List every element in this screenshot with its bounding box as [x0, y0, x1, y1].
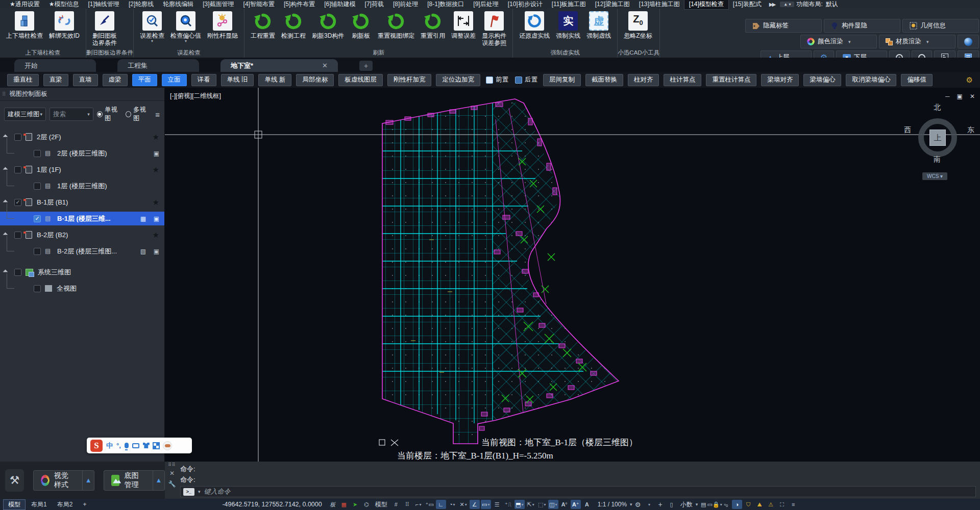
- minimize-icon[interactable]: ─: [945, 93, 950, 100]
- star-icon[interactable]: ★: [153, 165, 159, 174]
- units-ruler-icon[interactable]: ▯: [667, 500, 677, 509]
- emoji-icon[interactable]: [163, 441, 172, 450]
- btn-error-check[interactable]: 误差检查 ▾: [138, 11, 166, 44]
- menu-outline[interactable]: [2]轮廓线: [124, 0, 158, 9]
- dropdown-caret-icon[interactable]: ▾: [848, 39, 851, 44]
- btn-beamwall-eccentric[interactable]: 梁墙偏心: [803, 74, 841, 86]
- btn-copy-between-floors[interactable]: 层间复制: [543, 74, 581, 86]
- prompt-icon[interactable]: >_: [183, 488, 194, 496]
- chevron-down-icon[interactable]: ▾: [198, 489, 201, 494]
- object-snap-icon[interactable]: ✕▾: [458, 500, 469, 509]
- dropdown-caret-icon[interactable]: ▾: [151, 39, 153, 43]
- compass-south[interactable]: 南: [934, 155, 941, 164]
- btn-vertical-column[interactable]: 垂直柱: [7, 74, 39, 86]
- btn-force-solid-line[interactable]: 实 强制实线: [554, 11, 582, 40]
- panel-view-icon[interactable]: ▦: [140, 215, 146, 222]
- tree-item-b1[interactable]: ✓ B-1层 (B1) ★: [0, 195, 164, 209]
- btn-column-calc-point[interactable]: 柱计算点: [664, 74, 701, 86]
- gear-caret-icon[interactable]: ▾: [644, 500, 654, 509]
- annotation-visibility-icon[interactable]: 𝐀°: [559, 500, 570, 509]
- angle-snap-icon[interactable]: ∠: [470, 500, 480, 509]
- toolbox-grid-icon[interactable]: [153, 443, 159, 449]
- menu-general-settings[interactable]: ★通用设置: [5, 0, 44, 9]
- menu-member-layout[interactable]: [5]构件布置: [279, 0, 320, 9]
- transparency-icon[interactable]: ⁺⎍: [503, 500, 513, 509]
- checkbox[interactable]: [34, 150, 41, 157]
- infer-constraints-icon[interactable]: ⌐▾: [413, 500, 424, 509]
- pick-cursor-icon[interactable]: ➤: [350, 500, 360, 509]
- btn-refresh-slab[interactable]: 刷新板: [348, 11, 374, 40]
- btn-reset-column-calc-point[interactable]: 重置柱计算点: [706, 74, 756, 86]
- tree-item-floor2-view[interactable]: ▤ 2层 (楼层三维图) ▣: [0, 146, 164, 160]
- star-icon[interactable]: ★: [153, 133, 159, 142]
- tab-basement[interactable]: 地下室* ✕: [220, 59, 338, 72]
- microphone-icon[interactable]: [125, 443, 129, 448]
- compass-west[interactable]: 西: [904, 125, 911, 135]
- btn-geometry-info[interactable]: 几何信息: [902, 19, 979, 33]
- sogou-logo-icon[interactable]: S: [90, 440, 103, 452]
- dynamic-ucs-icon[interactable]: ⇱▾: [526, 500, 536, 509]
- menu-wallcol-drawing[interactable]: [13]墙柱施工图: [634, 0, 684, 9]
- snap-mode-icon[interactable]: ⁺▭: [425, 500, 435, 509]
- panel-view-icon[interactable]: ▣: [154, 150, 159, 157]
- crosshair-size-icon[interactable]: +: [655, 500, 666, 509]
- dropdown-caret-icon[interactable]: ▾: [926, 39, 929, 44]
- btn-color-render[interactable]: 颜色渲染 ▾: [800, 35, 877, 48]
- tree-item-full-view[interactable]: 全视图: [0, 282, 164, 295]
- tab-start[interactable]: 开始: [14, 59, 96, 72]
- layout-tab-2[interactable]: 布局2: [53, 500, 78, 509]
- btn-show-member-error-ref[interactable]: 显示构件 误差参照: [480, 11, 508, 47]
- grid-display-icon[interactable]: #: [391, 500, 401, 509]
- toolbar-gear-icon[interactable]: ⚙: [966, 75, 973, 85]
- close-command-icon[interactable]: ✕: [169, 470, 175, 477]
- lineweight-icon[interactable]: ☰: [492, 500, 502, 509]
- btn-elevation-view[interactable]: 立面: [162, 74, 187, 86]
- ime-punct-icon[interactable]: °,: [116, 442, 121, 449]
- slab-mode-icon[interactable]: 板: [328, 500, 338, 509]
- btn-member-visibility[interactable]: 构件显隐: [824, 19, 900, 33]
- annotation-autoscale-icon[interactable]: 𝐀⁺: [571, 500, 581, 509]
- btn-local-coords[interactable]: 局部坐标: [296, 74, 334, 86]
- wrench-icon[interactable]: 🔧: [168, 480, 176, 488]
- keyboard-icon[interactable]: [132, 443, 139, 448]
- checkbox[interactable]: [14, 134, 21, 141]
- btn-reset-reference[interactable]: 重置引用: [419, 11, 447, 40]
- menu-prefab[interactable]: [15]装配式: [728, 0, 766, 9]
- btn-rigidbar-visibility[interactable]: 刚性杆显隐: [205, 11, 240, 40]
- base-map-expand-icon[interactable]: ▲: [153, 470, 164, 491]
- scale-caret-icon[interactable]: ▾: [630, 502, 632, 507]
- polar-tracking-icon[interactable]: ◔▾: [447, 500, 457, 509]
- panel-view-icon[interactable]: ▧: [140, 248, 146, 255]
- tools-button[interactable]: ⚒: [5, 469, 24, 492]
- close-icon[interactable]: ✕: [970, 93, 975, 100]
- checkbox[interactable]: [34, 248, 41, 255]
- status-menu-icon[interactable]: ≡: [788, 500, 798, 509]
- selection-cycling-icon[interactable]: ⬚▾: [537, 500, 547, 509]
- btn-beamwall-align[interactable]: 梁墙对齐: [761, 74, 799, 86]
- grip-dots-icon[interactable]: ⠿⠿: [168, 464, 176, 466]
- new-tab-button[interactable]: +: [359, 61, 373, 71]
- scale-readout[interactable]: 1:1 / 100%: [598, 501, 627, 508]
- btn-hide-tags[interactable]: 隐藏标签: [745, 19, 822, 33]
- checkbox[interactable]: [14, 232, 21, 239]
- btn-straight-beam[interactable]: 直梁: [43, 74, 68, 86]
- settings-gear-icon[interactable]: ⚙: [633, 500, 643, 509]
- btn-unbind-invalid-id[interactable]: 解绑无效ID: [47, 11, 82, 40]
- btn-cancel-beamwall-eccentric[interactable]: 取消梁墙偏心: [846, 74, 896, 86]
- menu-preliminary-design[interactable]: [10]初步设计: [503, 0, 547, 9]
- tree-item-system-3d[interactable]: 系统三维图: [0, 265, 164, 279]
- btn-column-align[interactable]: 柱对齐: [628, 74, 659, 86]
- btn-check-eccentricity[interactable]: 检查偏心值 ▾: [168, 11, 203, 44]
- drawing-canvas[interactable]: [-][俯视][二维线框] ─ ▣ ✕: [165, 88, 980, 462]
- dot-grid-icon[interactable]: ⠿: [402, 500, 412, 509]
- checkbox[interactable]: [34, 285, 41, 292]
- units-caret-icon[interactable]: ▾: [696, 502, 698, 507]
- isolate-objects-icon[interactable]: ▫ₒ: [721, 500, 731, 509]
- panel-view-icon[interactable]: ▣: [154, 248, 159, 255]
- base-map-button[interactable]: 底图管理 ▲: [104, 470, 165, 491]
- tree-item-floor1[interactable]: 1层 (1F) ★: [0, 163, 164, 176]
- btn-restore-linetype[interactable]: 还原虚实线: [517, 11, 552, 40]
- visual-style-button[interactable]: 视觉样式 ▲: [33, 470, 94, 491]
- view-mode-dropdown[interactable]: 建模三维图▾: [4, 108, 46, 121]
- btn-plan-view[interactable]: 平面: [132, 74, 157, 86]
